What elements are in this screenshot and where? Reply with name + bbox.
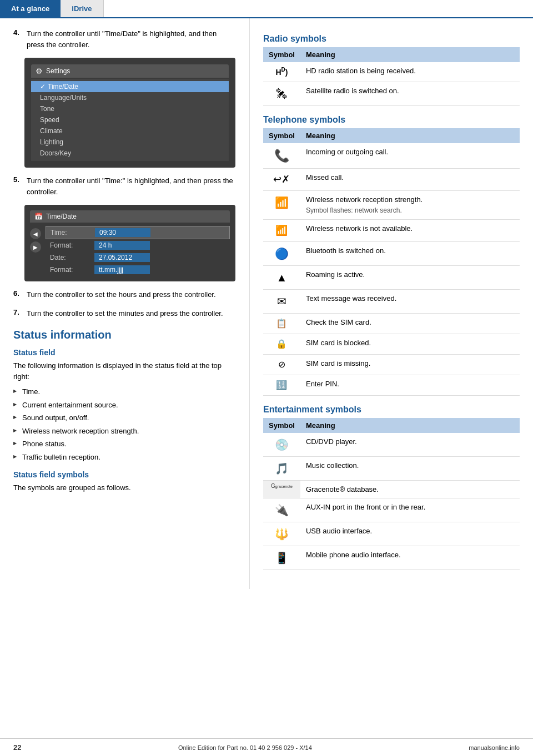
tel-symbol-pin: 🔢 xyxy=(263,375,300,395)
right-column: Radio symbols Symbol Meaning HD) HD radi… xyxy=(250,18,533,589)
ent-meaning-aux: AUX-IN port in the front or in the rear. xyxy=(300,498,520,522)
menu-item-language: Language/Units xyxy=(31,92,229,103)
step-4-num: 4. xyxy=(13,28,22,50)
calendar-icon: 📅 xyxy=(34,213,43,220)
tel-meaning-bluetooth: Bluetooth is switched on. xyxy=(300,241,520,265)
status-field-symbols-desc: The symbols are grouped as follows. xyxy=(13,482,236,493)
ent-symbol-mobile: 📱 xyxy=(263,546,300,570)
radio-col-meaning: Meaning xyxy=(300,47,520,62)
time-value: 09:30 xyxy=(95,228,150,237)
ent-meaning-usb: USB audio interface. xyxy=(300,522,520,546)
bullet-traffic: Traffic bulletin reception. xyxy=(13,451,236,464)
step-7-num: 7. xyxy=(13,308,22,319)
menu-item-tone: Tone xyxy=(31,103,229,114)
tel-symbol-sms: ✉ xyxy=(263,289,300,313)
nav-right-icon[interactable]: ▶ xyxy=(30,241,41,253)
settings-menu: ✓ Time/Date Language/Units Tone Speed Cl… xyxy=(31,79,229,161)
step-5-num: 5. xyxy=(13,175,22,197)
radio-col-symbol: Symbol xyxy=(263,47,300,62)
ent-symbol-gracenote: Ggracenote xyxy=(263,480,300,498)
table-row: ✉ Text message was received. xyxy=(263,289,520,313)
ent-meaning-gracenote: Gracenote® database. xyxy=(300,480,520,498)
table-row: 📞 Incoming or outgoing call. xyxy=(263,143,520,169)
step-5: 5. Turn the controller until "Time:" is … xyxy=(13,175,236,197)
header-tabs: At a glance iDrive xyxy=(0,0,533,18)
table-row: 🔢 Enter PIN. xyxy=(263,375,520,395)
table-row: 📶 Wireless network is not available. xyxy=(263,219,520,241)
tel-sub-signal: Symbol flashes: network search. xyxy=(306,206,402,214)
tel-meaning-sim-blocked: SIM card is blocked. xyxy=(300,334,520,354)
menu-item-speed: Speed xyxy=(31,114,229,125)
tel-symbol-sim-blocked: 🔒 xyxy=(263,334,300,354)
bullet-wireless: Wireless network reception strength. xyxy=(13,425,236,438)
tab-idrive[interactable]: iDrive xyxy=(61,0,103,17)
table-row: ▲ Roaming is active. xyxy=(263,265,520,289)
format-row-2: Format: tt.mm.jjjj xyxy=(46,264,230,276)
timedate-titlebar: 📅 Time/Date xyxy=(30,210,230,223)
status-information-heading: Status information xyxy=(13,329,236,341)
tel-symbol-roaming: ▲ xyxy=(263,265,300,289)
menu-item-climate: Climate xyxy=(31,125,229,137)
table-row: 🔵 Bluetooth is switched on. xyxy=(263,241,520,265)
tel-meaning-signal: Wireless network reception strength. Sym… xyxy=(300,190,520,219)
table-row: HD) HD radio station is being received. xyxy=(263,62,520,82)
radio-symbol-hd: HD) xyxy=(263,62,300,82)
radio-table: Symbol Meaning HD) HD radio station is b… xyxy=(263,47,520,106)
nav-left-icon[interactable]: ◀ xyxy=(30,228,41,239)
time-row: Time: 09:30 xyxy=(46,226,230,239)
tel-col-meaning: Meaning xyxy=(300,128,520,143)
step-5-text: Turn the controller until "Time:" is hig… xyxy=(27,175,236,197)
tel-meaning-sim-missing: SIM card is missing. xyxy=(300,354,520,375)
step-7: 7. Turn the controller to set the minute… xyxy=(13,308,236,319)
tel-meaning-sim-check: Check the SIM card. xyxy=(300,313,520,334)
step-6-num: 6. xyxy=(13,289,22,300)
tel-meaning-missed: Missed call. xyxy=(300,168,520,190)
radio-meaning-satellite: Satellite radio is switched on. xyxy=(300,82,520,105)
ent-meaning-mobile: Mobile phone audio interface. xyxy=(300,546,520,570)
tel-meaning-roaming: Roaming is active. xyxy=(300,265,520,289)
ent-symbol-music: 🎵 xyxy=(263,456,300,480)
table-row: 📶 Wireless network reception strength. S… xyxy=(263,190,520,219)
page-number: 22 xyxy=(13,743,21,752)
tel-meaning-pin: Enter PIN. xyxy=(300,375,520,395)
table-row: 📱 Mobile phone audio interface. xyxy=(263,546,520,570)
tel-symbol-bluetooth: 🔵 xyxy=(263,241,300,265)
website-text: manualsonline.info xyxy=(469,744,520,751)
tel-symbol-sim-missing: ⊘ xyxy=(263,354,300,375)
tel-col-symbol: Symbol xyxy=(263,128,300,143)
table-row: 📋 Check the SIM card. xyxy=(263,313,520,334)
ent-col-symbol: Symbol xyxy=(263,418,300,433)
ent-meaning-music: Music collection. xyxy=(300,456,520,480)
telephone-table: Symbol Meaning 📞 Incoming or outgoing ca… xyxy=(263,128,520,396)
left-column: 4. Turn the controller until "Time/Date"… xyxy=(0,18,250,589)
entertainment-symbols-heading: Entertainment symbols xyxy=(263,405,520,415)
settings-title: Settings xyxy=(46,67,70,75)
status-field-heading: Status field xyxy=(13,348,236,357)
table-row: Ggracenote Gracenote® database. xyxy=(263,480,520,498)
ent-col-meaning: Meaning xyxy=(300,418,520,433)
status-bullet-list: Time. Current entertainment source. Soun… xyxy=(13,385,236,463)
online-edition-text: Online Edition for Part no. 01 40 2 956 … xyxy=(178,744,312,751)
tab-at-a-glance[interactable]: At a glance xyxy=(0,0,61,17)
tel-symbol-call: 📞 xyxy=(263,143,300,169)
menu-item-selected: ✓ Time/Date xyxy=(31,81,229,92)
date-row: Date: 27.05.2012 xyxy=(46,251,230,264)
status-field-symbols-heading: Status field symbols xyxy=(13,470,236,479)
menu-item-timedate: Time/Date xyxy=(48,83,78,90)
step-6-text: Turn the controller to set the hours and… xyxy=(27,289,216,300)
step-6: 6. Turn the controller to set the hours … xyxy=(13,289,236,300)
bullet-sound: Sound output, on/off. xyxy=(13,411,236,425)
gear-icon: ⚙ xyxy=(36,67,43,75)
radio-symbol-satellite: 🛰 xyxy=(263,82,300,105)
date-value: 27.05.2012 xyxy=(94,253,150,262)
table-row: 🛰 Satellite radio is switched on. xyxy=(263,82,520,105)
radio-meaning-hd: HD radio station is being received. xyxy=(300,62,520,82)
time-label: Time: xyxy=(51,229,95,236)
tel-meaning-sms: Text message was received. xyxy=(300,289,520,313)
page-footer: 22 Online Edition for Part no. 01 40 2 9… xyxy=(0,738,533,756)
table-row: 🔱 USB audio interface. xyxy=(263,522,520,546)
ent-meaning-cd: CD/DVD player. xyxy=(300,433,520,457)
bullet-time: Time. xyxy=(13,385,236,399)
menu-item-doorskey: Doors/Key xyxy=(31,148,229,159)
format1-label: Format: xyxy=(50,241,94,249)
